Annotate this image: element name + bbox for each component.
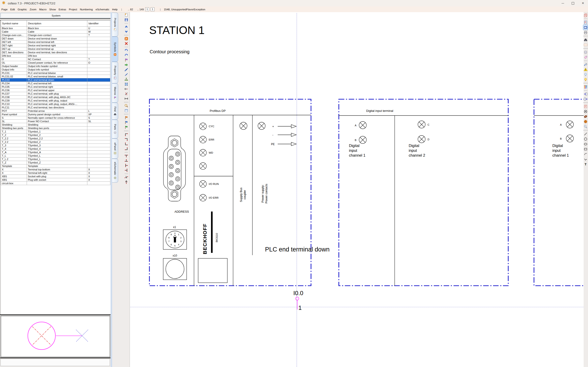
draw-circle-icon[interactable] bbox=[583, 136, 588, 142]
cursor-symbol[interactable]: PLC end terminal down I0.0 1 bbox=[265, 246, 330, 311]
table-row[interactable]: T_3TSymbol_3 bbox=[1, 144, 110, 147]
football-icon[interactable] bbox=[583, 114, 588, 119]
symbols-icon[interactable] bbox=[123, 36, 129, 41]
table-row[interactable]: DET, two directionsDevice end terminal, … bbox=[1, 51, 110, 54]
table-row[interactable]: T_ATSymbol_A bbox=[1, 151, 110, 154]
close-button[interactable]: × bbox=[578, 0, 588, 6]
new-window-icon[interactable] bbox=[123, 108, 129, 113]
table-row[interactable]: PLC04PLC end terminal left bbox=[1, 82, 110, 85]
table-row[interactable]: T_2.2TSymbol_2 bbox=[1, 140, 110, 144]
table-row[interactable]: PLC11PLC end terminal, two directions bbox=[1, 106, 110, 109]
draw-ellipse-icon[interactable] bbox=[583, 142, 588, 147]
table-row[interactable]: PLC07PLC end terminal, with plug bbox=[1, 92, 110, 96]
import-icon[interactable] bbox=[583, 92, 588, 96]
menu-eschematic[interactable]: eSchematic bbox=[94, 7, 111, 11]
table-row[interactable]: SheildingSheilding bbox=[1, 123, 110, 126]
tag-icon[interactable] bbox=[583, 55, 588, 60]
table-row[interactable]: Change-over-con...Change-over-contact? bbox=[1, 33, 110, 37]
sidebar-tab-macros[interactable]: Macros bbox=[112, 83, 118, 103]
find-icon[interactable] bbox=[583, 37, 588, 42]
sidebar-tab-property[interactable]: Property bbox=[112, 62, 118, 83]
trim-icon[interactable] bbox=[123, 92, 129, 96]
menu-project[interactable]: Project bbox=[68, 7, 79, 11]
draw-text-icon[interactable]: T bbox=[583, 162, 588, 167]
sidebar-tab-find[interactable]: Find bbox=[112, 103, 118, 120]
sidebar-tab-eschematic[interactable]: eSchematic bbox=[112, 159, 118, 183]
table-row[interactable]: CableCableW bbox=[1, 30, 110, 33]
menu-show[interactable]: Show bbox=[48, 7, 57, 11]
schematic-canvas[interactable]: STATION 1 Contour processing Profibus DP bbox=[130, 13, 584, 367]
flag-orange-icon[interactable] bbox=[123, 115, 129, 120]
delete-icon[interactable] bbox=[123, 41, 129, 46]
table-row[interactable]: Output headerOutput info header symbol bbox=[1, 65, 110, 68]
table-row[interactable]: ONC Contact? bbox=[1, 58, 110, 61]
panel-title[interactable]: System bbox=[0, 13, 112, 18]
sidebar-tab-symbols[interactable]: Symbols bbox=[112, 36, 118, 62]
table-row[interactable]: DET rightDevice end terminal right bbox=[1, 44, 110, 47]
draw-line-icon[interactable] bbox=[583, 131, 588, 136]
table-row[interactable]: PLC09PLC end terminal, with plug, output bbox=[1, 99, 110, 102]
table-row[interactable]: DET leftDevice end terminal left bbox=[1, 41, 110, 44]
tee-right-icon[interactable] bbox=[123, 163, 129, 168]
insert-arrow-icon[interactable] bbox=[123, 62, 129, 67]
minimize-button[interactable] bbox=[558, 0, 568, 6]
save-icon[interactable] bbox=[123, 17, 129, 22]
corner-bottom-left-icon[interactable] bbox=[123, 142, 129, 147]
menu-help[interactable]: Help bbox=[111, 7, 119, 11]
table-row[interactable]: T_LTSymbol_L bbox=[1, 154, 110, 158]
table-row[interactable]: Output infoOutput info symbol bbox=[1, 68, 110, 71]
select-area-icon[interactable] bbox=[123, 82, 129, 87]
table-row[interactable]: PLC01PLC end terminal bitwise bbox=[1, 71, 110, 75]
lamp-yellow-icon[interactable] bbox=[583, 77, 588, 82]
table-row[interactable]: T_1TSymbol_1 bbox=[1, 130, 110, 133]
print-icon[interactable] bbox=[583, 30, 588, 35]
sidebar-tab-parts[interactable]: Parts bbox=[112, 120, 118, 139]
tee-up-icon[interactable] bbox=[123, 158, 129, 163]
arrow-line-icon[interactable] bbox=[123, 180, 129, 184]
module-digital-input[interactable]: Digital input terminal A B C D Digital i… bbox=[339, 99, 508, 286]
swatch-icon[interactable] bbox=[583, 42, 588, 47]
table-row[interactable]: XBSPlug with socketX bbox=[1, 178, 110, 182]
basketball-icon[interactable] bbox=[583, 119, 588, 124]
new-page-icon[interactable] bbox=[123, 13, 129, 17]
table-row[interactable]: DET downDevice end terminal down bbox=[1, 37, 110, 41]
draw-arc-icon[interactable] bbox=[583, 151, 588, 157]
table-row[interactable]: DIN boxDIN box bbox=[1, 54, 110, 58]
page-field-1[interactable]: 1 bbox=[145, 7, 149, 11]
sidebar-tab-epanel[interactable]: ePanel bbox=[112, 139, 118, 159]
table-row[interactable]: T_ZTSymbol_Z bbox=[1, 161, 110, 164]
drawing-area[interactable]: STATION 1 Contour processing Profibus DP bbox=[130, 12, 584, 367]
table-row[interactable]: PLC08PLC end terminal, with plug, ANSI-J… bbox=[1, 96, 110, 99]
draw-rect-icon[interactable] bbox=[583, 147, 588, 151]
table-row[interactable]: POTPotential arrowL bbox=[1, 109, 110, 113]
table-row[interactable]: circuit-box bbox=[1, 182, 110, 185]
maximize-button[interactable] bbox=[568, 0, 578, 6]
menu-extras[interactable]: Extras bbox=[57, 7, 68, 11]
page-down-icon[interactable] bbox=[123, 29, 129, 34]
table-row[interactable]: XBSSocket with plugX bbox=[1, 175, 110, 178]
dimension-icon[interactable] bbox=[123, 96, 129, 101]
probe-icon[interactable] bbox=[123, 87, 129, 92]
table-row[interactable]: XTerminal top-bottomX bbox=[1, 168, 110, 171]
table-row[interactable]: T_2TSymbol_2 bbox=[1, 133, 110, 137]
table-row[interactable]: T_2.2TSymbol_2.2 bbox=[1, 137, 110, 140]
table-row[interactable]: DET upDevice end terminal up bbox=[1, 47, 110, 51]
parts-icon[interactable] bbox=[583, 50, 588, 55]
table-row[interactable]: PLC10PLC end terminal, with plug, output… bbox=[1, 102, 110, 106]
redo-icon[interactable] bbox=[123, 53, 129, 58]
corner-top-right-icon[interactable] bbox=[123, 137, 129, 142]
preview-splitter[interactable] bbox=[0, 314, 112, 315]
module-right-partial[interactable]: A B Digital input channel 1 bbox=[534, 99, 584, 286]
macro-flag-icon[interactable] bbox=[123, 58, 129, 62]
flag-green-icon[interactable] bbox=[123, 125, 129, 130]
lamp-blue-icon[interactable] bbox=[583, 72, 588, 77]
table-row[interactable]: XTerminal left-rightX bbox=[1, 171, 110, 175]
menu-graphic[interactable]: Graphic bbox=[16, 7, 28, 11]
menu-edit[interactable]: Edit bbox=[9, 7, 16, 11]
table-row[interactable]: PLC05PLC end terminal right bbox=[1, 85, 110, 89]
connector-icon[interactable] bbox=[123, 67, 129, 72]
properties-icon[interactable] bbox=[583, 20, 588, 25]
notes-icon[interactable] bbox=[583, 104, 588, 109]
table-row[interactable]: SLPower NO ContactSL bbox=[1, 120, 110, 123]
panel-icon[interactable] bbox=[583, 25, 588, 30]
